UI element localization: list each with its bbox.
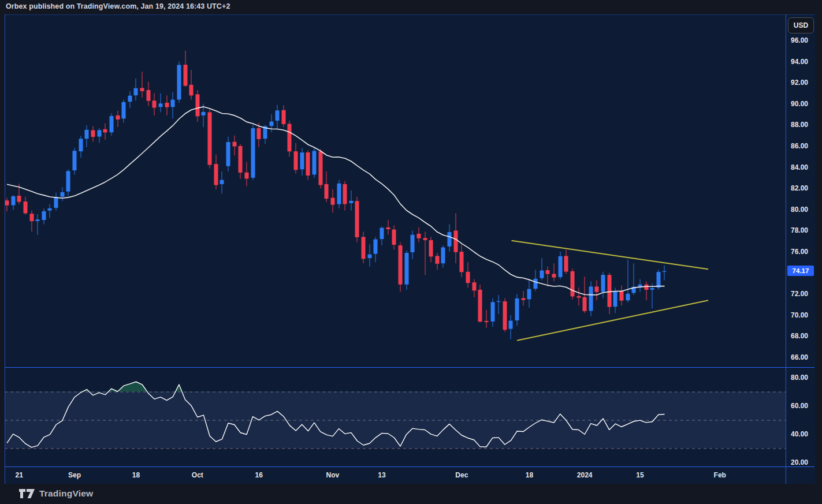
price-tick-label: 72.00 bbox=[791, 289, 808, 298]
last-price-label: 74.17 bbox=[787, 266, 814, 276]
price-tick-label: 84.00 bbox=[791, 163, 808, 172]
tradingview-published-chart: Orbex published on TradingView.com, Jan … bbox=[0, 0, 822, 504]
price-tick-label: 76.00 bbox=[791, 247, 808, 256]
currency-toggle-button[interactable]: USD bbox=[788, 17, 814, 33]
price-tick-label: 88.00 bbox=[791, 120, 808, 129]
time-tick-label: 18 bbox=[526, 471, 533, 479]
price-tick-label: 92.00 bbox=[791, 78, 808, 87]
price-tick-label: 70.00 bbox=[791, 311, 808, 320]
tradingview-attribution-link[interactable]: TradingView bbox=[19, 488, 93, 499]
price-tick-label: 80.00 bbox=[791, 205, 808, 214]
price-tick-label: 82.00 bbox=[791, 184, 808, 193]
tradingview-wordmark: TradingView bbox=[39, 488, 93, 499]
rsi-tick-label: 60.00 bbox=[791, 401, 808, 410]
price-tick-label: 94.00 bbox=[791, 57, 808, 66]
price-tick-label: 66.00 bbox=[791, 353, 808, 362]
time-tick-label: Dec bbox=[455, 471, 468, 479]
time-tick-label: 2024 bbox=[577, 471, 593, 479]
time-tick-label: 13 bbox=[378, 471, 385, 479]
time-axis[interactable]: 21Sep18Oct16Nov13Dec18202415Feb bbox=[5, 467, 786, 484]
price-tick-label: 96.00 bbox=[791, 36, 808, 45]
price-axis[interactable]: USD 74.17 96.0094.0092.0090.0088.0086.00… bbox=[786, 14, 815, 484]
time-tick-label: Feb bbox=[714, 471, 726, 479]
price-tick-label: 78.00 bbox=[791, 226, 808, 235]
time-tick-label: 15 bbox=[636, 471, 644, 479]
time-tick-label: 16 bbox=[255, 471, 263, 479]
time-tick-label: 18 bbox=[132, 471, 140, 479]
price-tick-label: 90.00 bbox=[791, 99, 808, 109]
pane-separator-rsi-timeaxis[interactable] bbox=[5, 466, 814, 467]
rsi-tick-label: 20.00 bbox=[791, 458, 808, 467]
chart-top-border bbox=[5, 14, 814, 15]
publication-title: Orbex published on TradingView.com, Jan … bbox=[6, 2, 230, 13]
time-tick-label: 21 bbox=[16, 471, 23, 479]
time-tick-label: Sep bbox=[68, 471, 81, 479]
time-tick-label: Oct bbox=[192, 471, 203, 479]
price-tick-label: 86.00 bbox=[791, 141, 808, 151]
time-tick-label: Nov bbox=[326, 471, 340, 479]
price-tick-label: 68.00 bbox=[791, 331, 808, 341]
rsi-tick-label: 40.00 bbox=[791, 430, 808, 439]
rsi-tick-label: 80.00 bbox=[791, 373, 808, 382]
tradingview-logo-icon bbox=[19, 489, 35, 499]
pane-separator-price-rsi[interactable] bbox=[5, 367, 814, 368]
candlestick-rsi-canvas[interactable] bbox=[5, 14, 786, 484]
chart-left-border bbox=[5, 14, 5, 484]
chart-panes[interactable] bbox=[5, 14, 786, 484]
